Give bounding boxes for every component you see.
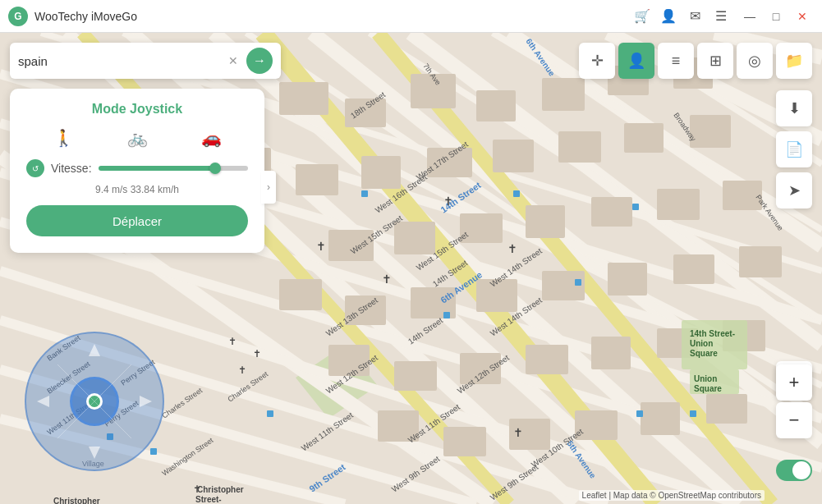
- zoom-controls: + −: [776, 364, 812, 438]
- svg-rect-42: [624, 123, 664, 153]
- svg-rect-133: [361, 190, 368, 197]
- titlebar-icons: 🛒 👤 ✉ ☰: [633, 7, 730, 25]
- svg-rect-32: [542, 78, 585, 111]
- svg-rect-137: [690, 410, 696, 417]
- svg-rect-52: [723, 181, 762, 210]
- svg-rect-41: [558, 131, 601, 163]
- menu-icon[interactable]: ☰: [712, 7, 730, 25]
- svg-text:✝: ✝: [316, 240, 326, 253]
- svg-rect-72: [641, 402, 680, 435]
- svg-rect-58: [608, 263, 647, 296]
- joystick-arrows-svg: [25, 332, 164, 471]
- svg-marker-140: [89, 344, 100, 356]
- mail-icon[interactable]: ✉: [686, 7, 704, 25]
- zoom-in-button[interactable]: +: [776, 364, 812, 401]
- svg-text:✝: ✝: [238, 364, 246, 376]
- svg-text:✝: ✝: [382, 273, 392, 286]
- joystick-button[interactable]: ◎: [737, 43, 773, 79]
- app-logo: G: [8, 7, 28, 26]
- history-button[interactable]: 📁: [776, 43, 812, 79]
- svg-rect-69: [443, 427, 486, 456]
- transport-car-icon[interactable]: 🚗: [201, 128, 222, 148]
- speed-slider[interactable]: [99, 166, 248, 171]
- search-bar: ✕ →: [10, 43, 281, 79]
- collapse-panel-button[interactable]: ›: [261, 171, 276, 204]
- svg-line-144: [57, 364, 94, 401]
- svg-rect-132: [267, 410, 273, 417]
- search-input[interactable]: [18, 54, 225, 68]
- speed-row: ↺ Vitesse:: [26, 159, 248, 177]
- deplacer-button[interactable]: Déplacer: [26, 205, 248, 236]
- svg-text:✝: ✝: [507, 242, 517, 255]
- svg-line-146: [57, 401, 94, 438]
- svg-rect-138: [443, 312, 450, 318]
- routes-button[interactable]: ≡: [658, 43, 694, 79]
- cart-icon[interactable]: 🛒: [633, 7, 651, 25]
- joystick-control[interactable]: [25, 332, 164, 471]
- svg-rect-28: [279, 82, 328, 115]
- speed-value: 9.4 m/s 33.84 km/h: [26, 184, 248, 195]
- map-container: 14th Street- Union Square Union Square 1…: [0, 33, 822, 504]
- svg-rect-51: [657, 189, 700, 220]
- svg-rect-37: [296, 164, 338, 195]
- teleport-mode-button[interactable]: 👤: [618, 43, 654, 79]
- svg-marker-142: [37, 396, 49, 407]
- window-controls: — □ ✕: [738, 8, 814, 25]
- svg-rect-62: [394, 361, 437, 391]
- svg-text:Square: Square: [690, 349, 718, 358]
- svg-text:✝: ✝: [228, 336, 236, 347]
- top-toolbar: ✛ 👤 ≡ ⊞ ◎ 📁: [579, 43, 812, 79]
- speed-refresh-icon[interactable]: ↺: [26, 159, 44, 177]
- download-button[interactable]: ⬇: [776, 90, 812, 126]
- svg-text:Christopher: Christopher: [197, 485, 244, 494]
- svg-rect-60: [739, 246, 782, 277]
- svg-text:Christopher: Christopher: [53, 497, 100, 504]
- svg-text:✝: ✝: [443, 195, 453, 208]
- file-button[interactable]: 📄: [776, 131, 812, 167]
- toggle-button[interactable]: [776, 460, 812, 481]
- minimize-button[interactable]: —: [738, 8, 761, 25]
- svg-rect-40: [493, 140, 534, 172]
- joystick-panel: Mode Joystick 🚶 🚲 🚗 ↺ Vitesse: 9.4 m/s 3…: [10, 89, 264, 253]
- svg-rect-59: [673, 254, 714, 284]
- svg-rect-43: [690, 115, 731, 148]
- transport-bike-icon[interactable]: 🚲: [127, 128, 148, 148]
- svg-rect-134: [513, 190, 520, 197]
- svg-marker-143: [140, 396, 152, 407]
- transport-selector: 🚶 🚲 🚗: [26, 128, 248, 148]
- titlebar: G WooTechy iMoveGo 🛒 👤 ✉ ☰ — □ ✕: [0, 0, 822, 33]
- close-button[interactable]: ✕: [791, 8, 814, 25]
- svg-text:Square: Square: [694, 384, 722, 393]
- multi-stop-button[interactable]: ⊞: [697, 43, 733, 79]
- user-icon[interactable]: 👤: [659, 7, 677, 25]
- svg-text:Union: Union: [690, 339, 713, 348]
- speed-label: Vitesse:: [51, 162, 92, 175]
- svg-text:✝: ✝: [193, 483, 201, 495]
- speed-slider-thumb[interactable]: [209, 163, 221, 174]
- svg-rect-135: [632, 204, 639, 210]
- svg-rect-38: [361, 156, 401, 189]
- svg-text:14th Street-: 14th Street-: [690, 329, 735, 338]
- map-attribution: Leaflet | Map data © OpenStreetMap contr…: [579, 490, 765, 501]
- zoom-out-button[interactable]: −: [776, 402, 812, 438]
- svg-text:Street-: Street-: [195, 495, 222, 504]
- move-mode-button[interactable]: ✛: [579, 43, 615, 79]
- svg-rect-139: [575, 279, 581, 286]
- transport-walk-icon[interactable]: 🚶: [53, 128, 74, 148]
- maximize-button[interactable]: □: [765, 8, 788, 25]
- right-toolbar: ⬇ 📄 ➤: [776, 90, 812, 208]
- svg-text:✝: ✝: [253, 348, 261, 360]
- svg-rect-73: [706, 394, 747, 424]
- search-clear-button[interactable]: ✕: [225, 53, 241, 69]
- svg-line-147: [94, 401, 131, 438]
- app-title: WooTechy iMoveGo: [34, 10, 633, 23]
- svg-text:Union: Union: [694, 374, 717, 383]
- search-go-button[interactable]: →: [246, 48, 273, 74]
- joystick-title: Mode Joystick: [26, 102, 248, 117]
- svg-rect-65: [591, 337, 631, 369]
- svg-rect-47: [394, 222, 435, 254]
- svg-rect-31: [476, 90, 516, 121]
- svg-rect-64: [526, 345, 568, 374]
- svg-rect-49: [526, 205, 565, 238]
- navigate-button[interactable]: ➤: [776, 172, 812, 208]
